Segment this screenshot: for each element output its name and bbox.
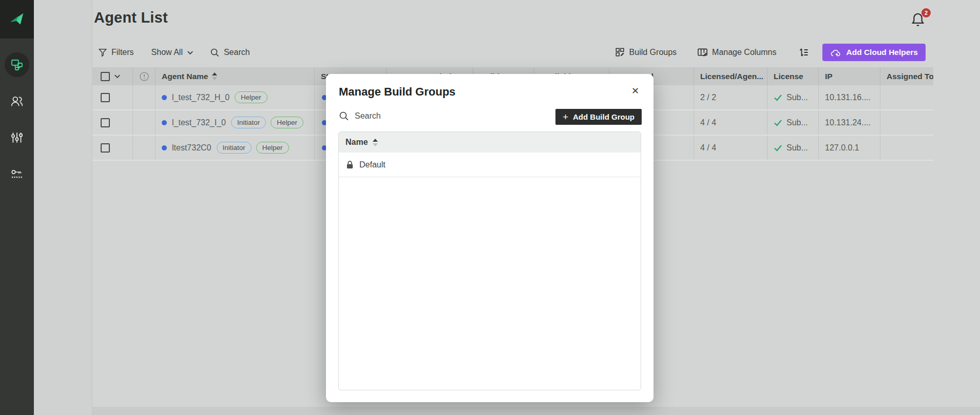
agent-name-cell: l_test_732_I_0 Initiator Helper	[156, 110, 315, 135]
col-ip[interactable]: IP	[819, 67, 880, 85]
add-cloud-helpers-button[interactable]: Add Cloud Helpers	[822, 44, 926, 61]
sort-carets-icon[interactable]	[373, 139, 378, 146]
toolbar: Filters Show All Search Build Groups	[92, 43, 980, 62]
plus-icon: +	[563, 112, 568, 122]
licensed-cell: 2 / 2	[694, 85, 767, 109]
manage-columns-icon	[697, 47, 708, 58]
sidebar-nav	[0, 52, 34, 186]
agent-name: l_test_732_I_0	[172, 118, 226, 127]
col-assigned-to-label: Assigned To	[887, 72, 933, 81]
select-all-cell	[92, 67, 133, 85]
modal-search-placeholder: Search	[355, 111, 381, 121]
licensed-cell: 4 / 4	[694, 110, 767, 135]
sidebar	[0, 0, 34, 415]
alert-cell	[133, 110, 156, 135]
assigned-cell	[880, 136, 933, 160]
key-icon	[10, 167, 24, 181]
manage-columns-button[interactable]: Manage Columns	[697, 47, 776, 58]
add-build-group-button[interactable]: + Add Build Group	[555, 109, 642, 125]
col-licensed-label: Licensed/Agen...	[700, 72, 763, 81]
agent-dot-icon	[162, 145, 167, 150]
app-logo[interactable]	[0, 0, 34, 39]
sidebar-item-settings[interactable]	[5, 125, 29, 150]
alert-cell	[133, 136, 156, 160]
name-column-label: Name	[345, 138, 368, 147]
check-icon	[774, 144, 782, 152]
brand-logo-icon	[7, 10, 27, 29]
tag-helper: Helper	[271, 117, 303, 128]
build-groups-button[interactable]: Build Groups	[615, 47, 677, 58]
assigned-cell	[880, 85, 933, 109]
modal-title: Manage Build Groups	[339, 85, 455, 99]
modal-close-button[interactable]: ✕	[628, 83, 642, 99]
check-icon	[774, 119, 782, 126]
sidebar-item-licenses[interactable]	[5, 162, 29, 186]
col-assigned-to[interactable]: Assigned To	[880, 67, 933, 85]
ip-cell: 127.0.0.1	[819, 136, 880, 160]
tag-helper: Helper	[256, 142, 289, 154]
col-license[interactable]: License	[767, 67, 819, 85]
agent-name: ltest732C0	[172, 143, 212, 153]
build-groups-icon	[615, 47, 625, 58]
tag-helper: Helper	[235, 91, 267, 103]
notifications-button[interactable]: 2	[910, 11, 928, 29]
filters-button[interactable]: Filters	[98, 48, 134, 57]
select-menu-chevron-icon[interactable]	[114, 74, 121, 79]
alert-column-header	[133, 67, 156, 85]
manage-columns-label: Manage Columns	[712, 48, 776, 57]
select-all-checkbox[interactable]	[101, 72, 110, 81]
filter-funnel-icon	[98, 48, 107, 57]
cloud-plus-icon	[830, 48, 841, 57]
page-title: Agent List	[94, 9, 168, 26]
ip-cell: 10.131.16....	[819, 85, 880, 109]
col-agent-name[interactable]: Agent Name	[156, 67, 315, 85]
agent-name: l_test_732_H_0	[172, 93, 229, 102]
add-cloud-helpers-label: Add Cloud Helpers	[846, 48, 918, 57]
modal-search-input[interactable]: Search	[339, 111, 534, 121]
assigned-cell	[880, 110, 933, 135]
col-licensed[interactable]: Licensed/Agen...	[694, 67, 767, 85]
search-label: Search	[224, 48, 250, 57]
license-value: Sub...	[786, 143, 808, 153]
agent-name-cell: ltest732C0 Initiator Helper	[156, 136, 315, 160]
filters-label: Filters	[111, 48, 134, 57]
toolbar-right: Build Groups Manage Columns	[615, 44, 926, 61]
agent-dot-icon	[162, 95, 167, 100]
sidebar-item-agents[interactable]	[5, 52, 29, 77]
show-all-dropdown[interactable]: Show All	[151, 48, 194, 57]
row-density-button[interactable]	[799, 47, 809, 58]
users-icon	[10, 95, 24, 108]
sort-carets-icon[interactable]	[212, 72, 217, 80]
col-license-label: License	[774, 72, 803, 81]
build-group-row[interactable]: Default	[339, 153, 641, 177]
manage-build-groups-modal: Manage Build Groups ✕ Search + Add Build…	[326, 74, 654, 402]
col-ip-label: IP	[825, 72, 833, 81]
build-groups-table: Name Default	[338, 131, 641, 390]
lock-icon	[346, 160, 354, 169]
tag-initiator: Initiator	[217, 142, 252, 154]
agent-name-cell: l_test_732_H_0 Helper	[156, 85, 315, 109]
build-groups-name-header[interactable]: Name	[339, 132, 641, 153]
show-all-label: Show All	[151, 48, 183, 57]
licensed-cell: 4 / 4	[694, 136, 767, 160]
row-checkbox[interactable]	[101, 93, 110, 102]
license-cell: Sub...	[767, 110, 819, 135]
search-icon	[210, 48, 220, 58]
sliders-icon	[10, 131, 24, 144]
table-search-button[interactable]: Search	[210, 48, 250, 58]
row-checkbox[interactable]	[101, 143, 110, 153]
alert-circle-icon	[139, 71, 149, 82]
sidebar-item-users[interactable]	[5, 89, 29, 114]
license-value: Sub...	[786, 93, 808, 102]
agents-icon	[10, 58, 24, 71]
agent-dot-icon	[162, 120, 167, 125]
build-groups-label: Build Groups	[629, 48, 677, 57]
tag-initiator: Initiator	[231, 117, 266, 128]
search-icon	[339, 111, 349, 121]
row-checkbox[interactable]	[101, 118, 110, 127]
chevron-down-icon	[187, 50, 194, 55]
ip-cell: 10.131.24....	[819, 110, 880, 135]
license-cell: Sub...	[767, 136, 819, 160]
build-group-name: Default	[359, 160, 386, 169]
col-agent-name-label: Agent Name	[162, 72, 208, 81]
